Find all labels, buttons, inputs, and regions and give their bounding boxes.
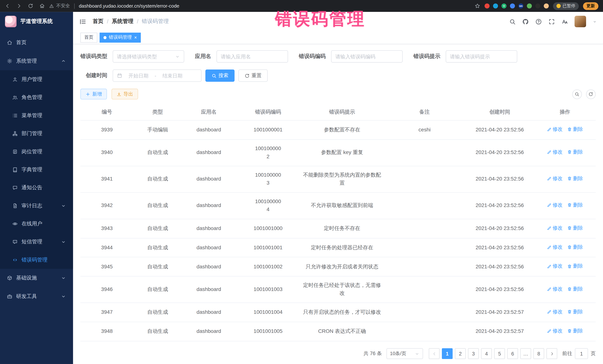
sidebar-item-online[interactable]: 在线用户 xyxy=(0,215,73,232)
error-msg-input[interactable] xyxy=(450,54,513,59)
extension-teal-icon[interactable] xyxy=(493,3,498,9)
extension-grid-icon[interactable] xyxy=(510,3,515,9)
github-icon[interactable] xyxy=(522,18,529,25)
sidebar-item-message[interactable]: 通知公告 xyxy=(0,178,73,197)
browser-home-icon[interactable] xyxy=(39,3,45,9)
sidebar-item-users[interactable]: 角色管理 xyxy=(0,88,73,106)
sidebar-item-toolbox[interactable]: 研发工具 xyxy=(0,287,73,306)
edit-button[interactable]: 修改 xyxy=(547,285,563,293)
extension-pin-icon[interactable] xyxy=(535,3,540,9)
sidebar-item-gear[interactable]: 系统管理 xyxy=(0,52,73,70)
chevron-down-icon[interactable] xyxy=(593,20,597,24)
sidebar-toggle-icon[interactable] xyxy=(79,18,86,25)
reset-button[interactable]: 重置 xyxy=(238,69,268,82)
delete-button[interactable]: 删除 xyxy=(567,243,583,251)
delete-button[interactable]: 删除 xyxy=(567,263,583,270)
url-text[interactable]: dashboard.yudao.iocoder.cn/system/error-… xyxy=(79,3,179,9)
security-indicator[interactable]: 不安全 xyxy=(49,3,70,9)
delete-button[interactable]: 删除 xyxy=(567,125,583,133)
delete-button[interactable]: 删除 xyxy=(567,327,583,335)
pager-page-button[interactable]: 1 xyxy=(442,348,453,359)
page-jump-input[interactable] xyxy=(575,348,588,359)
breadcrumb-item[interactable]: 系统管理 xyxy=(112,18,133,25)
pager-page-button[interactable]: 6 xyxy=(507,348,518,359)
edit-button[interactable]: 修改 xyxy=(547,201,563,209)
refresh-table-button[interactable] xyxy=(586,89,596,99)
delete-button[interactable]: 删除 xyxy=(567,308,583,316)
browser-back-icon[interactable] xyxy=(5,3,10,9)
pager-prev-button[interactable] xyxy=(429,348,440,359)
edit-button[interactable]: 修改 xyxy=(547,224,563,232)
edit-button[interactable]: 修改 xyxy=(547,175,563,183)
header-search-icon[interactable] xyxy=(509,18,516,25)
extension-profile-icon[interactable] xyxy=(544,3,549,9)
sidebar-item-user[interactable]: 用户管理 xyxy=(0,70,73,88)
sidebar-item-menu[interactable]: 菜单管理 xyxy=(0,106,73,124)
emoji-icon xyxy=(557,4,561,8)
delete-button[interactable]: 删除 xyxy=(567,201,583,209)
pager-next-button[interactable] xyxy=(546,348,557,359)
edit-button[interactable]: 修改 xyxy=(547,243,563,251)
extension-red-icon[interactable] xyxy=(485,3,490,9)
help-icon[interactable] xyxy=(535,18,542,25)
pager-more-button[interactable]: … xyxy=(520,348,531,359)
app-name-input[interactable] xyxy=(221,54,284,59)
toggle-search-button[interactable] xyxy=(572,89,582,99)
pager-page-button[interactable]: 2 xyxy=(455,348,466,359)
avatar[interactable] xyxy=(575,16,586,27)
sidebar-item-cube[interactable]: 基础设施 xyxy=(0,269,73,287)
pager-page-button[interactable]: 3 xyxy=(468,348,479,359)
page-content: 错误码类型 应用名 错误码编码 xyxy=(73,44,603,364)
delete-button[interactable]: 删除 xyxy=(567,224,583,232)
edit-button[interactable]: 修改 xyxy=(547,308,563,316)
page-size-select[interactable]: 10条/页 xyxy=(386,348,423,359)
sidebar-item-log[interactable]: 审计日志 xyxy=(0,197,73,215)
browser-reload-icon[interactable] xyxy=(28,3,33,9)
edit-button[interactable]: 修改 xyxy=(547,263,563,270)
browser-forward-icon[interactable] xyxy=(16,3,22,9)
fullscreen-icon[interactable] xyxy=(548,18,555,25)
sidebar-item-badge[interactable]: 岗位管理 xyxy=(0,143,73,161)
delete-button[interactable]: 删除 xyxy=(567,148,583,156)
bookmark-star-icon[interactable] xyxy=(475,3,480,9)
tab-home[interactable]: 首页 xyxy=(80,33,97,43)
export-button[interactable]: 导出 xyxy=(112,89,138,99)
edit-button[interactable]: 修改 xyxy=(547,148,563,156)
error-code-input[interactable] xyxy=(335,54,398,59)
tab-error-code[interactable]: 错误码管理× xyxy=(100,33,141,43)
extension-leaf-icon[interactable] xyxy=(527,3,532,9)
extension-green-v-icon[interactable]: V xyxy=(501,3,507,9)
pager-page-button[interactable]: 5 xyxy=(494,348,505,359)
date-start-input[interactable] xyxy=(125,73,152,78)
delete-button[interactable]: 删除 xyxy=(567,175,583,183)
update-button[interactable]: 更新 xyxy=(583,2,598,10)
close-icon[interactable]: × xyxy=(134,35,137,40)
search-button[interactable]: 搜索 xyxy=(205,69,235,82)
pager-page-button[interactable]: 4 xyxy=(481,348,492,359)
cell-type: 自动生成 xyxy=(133,276,182,303)
delete-button[interactable]: 删除 xyxy=(567,285,583,293)
app-name-field[interactable] xyxy=(217,50,288,62)
sidebar-item-book[interactable]: 字典管理 xyxy=(0,161,73,178)
date-end-input[interactable] xyxy=(159,73,186,78)
edit-button[interactable]: 修改 xyxy=(547,327,563,335)
error-code-field[interactable] xyxy=(331,50,403,62)
extension-on-icon[interactable]: on xyxy=(518,3,523,9)
create-time-range[interactable]: - xyxy=(113,69,201,82)
error-msg-field[interactable] xyxy=(446,50,517,62)
cell-app: dashboard xyxy=(182,276,236,303)
app-logo[interactable]: 芋道管理系统 xyxy=(0,12,73,31)
sidebar-item-home[interactable]: 首页 xyxy=(0,33,73,52)
error-type-select-input[interactable] xyxy=(117,54,173,59)
pager-page-button[interactable]: 8 xyxy=(533,348,544,359)
sidebar-item-code[interactable]: 错误码管理 xyxy=(0,251,73,269)
breadcrumb-item[interactable]: 首页 xyxy=(93,18,104,25)
font-size-icon[interactable] xyxy=(561,18,568,25)
error-type-select[interactable] xyxy=(113,50,184,62)
cell-id: 3944 xyxy=(80,238,133,257)
paused-badge[interactable]: 已暂停 xyxy=(553,2,579,10)
edit-button[interactable]: 修改 xyxy=(547,125,563,133)
sidebar-item-sms[interactable]: 短信管理 xyxy=(0,232,73,251)
add-button[interactable]: 新增 xyxy=(80,89,107,99)
sidebar-item-tree[interactable]: 部门管理 xyxy=(0,124,73,142)
